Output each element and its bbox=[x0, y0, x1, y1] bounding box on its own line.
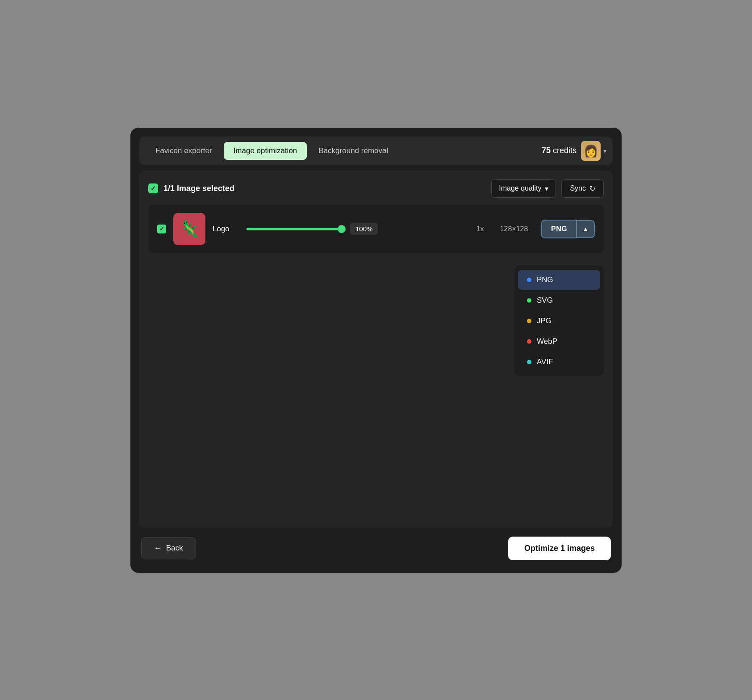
quality-value: 100% bbox=[350, 223, 378, 235]
tab-favicon-exporter[interactable]: Favicon exporter bbox=[146, 142, 222, 160]
format-option-webp-label: WebP bbox=[537, 337, 557, 346]
optimize-button[interactable]: Optimize 1 images bbox=[508, 537, 611, 560]
format-dropdown-wrapper: PNG SVG JPG WebP AVIF bbox=[148, 264, 604, 376]
image-checkbox[interactable]: ✓ bbox=[157, 225, 166, 233]
quality-label: Image quality bbox=[499, 184, 541, 192]
sync-icon: ↻ bbox=[589, 184, 595, 193]
tab-bar: Favicon exporter Image optimization Back… bbox=[139, 137, 613, 165]
format-option-png-label: PNG bbox=[537, 275, 553, 284]
format-option-webp[interactable]: WebP bbox=[518, 332, 600, 351]
credits-section: 75 credits ▾ bbox=[542, 141, 606, 161]
format-option-svg[interactable]: SVG bbox=[518, 291, 600, 310]
tab-background-removal[interactable]: Background removal bbox=[309, 142, 398, 160]
svg-dot-icon bbox=[527, 298, 531, 303]
selection-label: 1/1 Image selected bbox=[163, 184, 234, 193]
back-button[interactable]: ← Back bbox=[141, 537, 196, 559]
image-row: ✓ 🦎 Logo 100% 1x 128×128 PNG ▲ bbox=[148, 205, 604, 253]
format-select-button[interactable]: PNG bbox=[541, 220, 577, 238]
avatar bbox=[581, 141, 601, 161]
checkmark-icon: ✓ bbox=[150, 185, 156, 192]
image-thumbnail: 🦎 bbox=[173, 213, 205, 245]
format-option-png[interactable]: PNG bbox=[518, 270, 600, 290]
format-dropdown-menu: PNG SVG JPG WebP AVIF bbox=[514, 266, 604, 376]
jpg-dot-icon bbox=[527, 319, 531, 323]
quality-chevron-icon: ▾ bbox=[545, 184, 548, 193]
chevron-up-icon: ▲ bbox=[582, 225, 589, 233]
png-dot-icon bbox=[527, 278, 531, 282]
format-option-avif-label: AVIF bbox=[537, 358, 553, 367]
credits-count: 75 bbox=[542, 146, 551, 155]
webp-dot-icon bbox=[527, 339, 531, 344]
main-content: ✓ 1/1 Image selected Image quality ▾ Syn… bbox=[139, 171, 613, 528]
checkmark-icon: ✓ bbox=[159, 225, 164, 232]
image-quality-dropdown[interactable]: Image quality ▾ bbox=[491, 179, 556, 198]
user-avatar-button[interactable]: ▾ bbox=[581, 141, 606, 161]
chevron-down-icon: ▾ bbox=[603, 147, 606, 154]
select-all-checkbox[interactable]: ✓ bbox=[148, 183, 158, 193]
arrow-left-icon: ← bbox=[154, 544, 162, 553]
slider-thumb[interactable] bbox=[338, 225, 346, 233]
avatar-face bbox=[581, 141, 601, 161]
quality-slider[interactable] bbox=[246, 228, 345, 230]
image-dimensions: 128×128 bbox=[494, 225, 534, 233]
format-option-avif[interactable]: AVIF bbox=[518, 352, 600, 372]
slider-fill bbox=[246, 228, 345, 230]
format-option-jpg[interactable]: JPG bbox=[518, 311, 600, 331]
tab-image-optimization[interactable]: Image optimization bbox=[224, 142, 307, 160]
footer-bar: ← Back Optimize 1 images bbox=[139, 533, 613, 564]
app-window: Favicon exporter Image optimization Back… bbox=[130, 128, 622, 573]
avif-dot-icon bbox=[527, 360, 531, 364]
credits-label: credits bbox=[553, 146, 577, 155]
back-label: Back bbox=[166, 544, 183, 553]
format-toggle-button[interactable]: ▲ bbox=[577, 220, 595, 238]
format-option-jpg-label: JPG bbox=[537, 317, 551, 325]
image-name: Logo bbox=[213, 225, 239, 233]
select-all-area: ✓ 1/1 Image selected bbox=[148, 183, 234, 193]
scale-badge: 1x bbox=[473, 225, 487, 233]
format-option-svg-label: SVG bbox=[537, 296, 553, 305]
format-btn-group: PNG ▲ bbox=[541, 220, 595, 238]
sync-label: Sync bbox=[570, 184, 586, 192]
toolbar-row: ✓ 1/1 Image selected Image quality ▾ Syn… bbox=[148, 179, 604, 198]
sync-button[interactable]: Sync ↻ bbox=[561, 179, 604, 198]
quality-slider-container: 100% bbox=[246, 223, 466, 235]
